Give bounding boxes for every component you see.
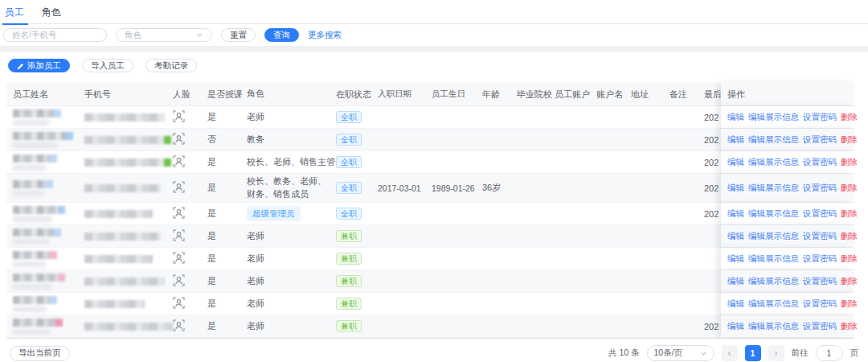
- face-cell[interactable]: [166, 274, 201, 288]
- face-cell[interactable]: [166, 297, 201, 311]
- role-cell: 老师: [240, 253, 330, 265]
- export-current-page-button[interactable]: 导出当前页: [10, 346, 70, 361]
- set-password-link[interactable]: 设置密码: [803, 276, 837, 287]
- set-password-link[interactable]: 设置密码: [803, 208, 837, 220]
- status-cell: 全职: [330, 134, 371, 146]
- role-select[interactable]: 角色: [116, 28, 212, 42]
- delete-link[interactable]: 删除: [841, 208, 858, 220]
- redacted-name-line2: [13, 216, 52, 222]
- status-badge: 兼职: [336, 320, 362, 332]
- set-password-link[interactable]: 设置密码: [803, 231, 837, 242]
- edit-display-info-link[interactable]: 编辑展示信息: [748, 253, 799, 265]
- delete-link[interactable]: 删除: [841, 253, 858, 265]
- teaches-cell: 是: [201, 156, 240, 168]
- delete-link[interactable]: 删除: [841, 321, 858, 332]
- add-employee-button[interactable]: 添加员工: [8, 59, 70, 72]
- status-badge: 全职: [336, 111, 362, 123]
- employee-name-cell: [6, 132, 78, 148]
- edit-link[interactable]: 编辑: [727, 276, 744, 287]
- edit-display-info-link[interactable]: 编辑展示信息: [748, 298, 799, 310]
- page-size-select[interactable]: 10条/页: [647, 345, 714, 361]
- redacted-name-line2: [13, 284, 52, 290]
- table-row: 是 校长、老师、销售主管 全职 202 编辑 编辑展示信息 设置密码 删除: [6, 151, 854, 174]
- role-text: 老师: [247, 231, 264, 241]
- query-button[interactable]: 查询: [264, 28, 299, 42]
- set-password-link[interactable]: 设置密码: [803, 253, 837, 265]
- delete-link[interactable]: 删除: [841, 183, 858, 194]
- edit-link[interactable]: 编辑: [727, 321, 744, 332]
- status-badge: 全职: [336, 156, 362, 168]
- edit-link[interactable]: 编辑: [727, 208, 744, 220]
- edit-display-info-link[interactable]: 编辑展示信息: [748, 231, 799, 242]
- set-password-link[interactable]: 设置密码: [803, 134, 837, 146]
- edit-display-info-link[interactable]: 编辑展示信息: [748, 157, 799, 168]
- delete-link[interactable]: 删除: [841, 231, 858, 242]
- column-header-address: 地址: [624, 88, 663, 101]
- edit-link[interactable]: 编辑: [727, 298, 744, 310]
- face-cell[interactable]: [166, 252, 201, 265]
- edit-display-info-link[interactable]: 编辑展示信息: [748, 134, 799, 146]
- attendance-record-button[interactable]: 考勤记录: [145, 59, 197, 72]
- status-badge: 全职: [336, 182, 362, 194]
- role-cell: 校长、教务、老师、财务、销售成员: [240, 175, 330, 201]
- next-page-button[interactable]: ›: [768, 345, 784, 361]
- edit-link[interactable]: 编辑: [727, 231, 744, 242]
- face-cell[interactable]: [166, 133, 201, 146]
- face-cell[interactable]: [166, 207, 201, 220]
- edit-display-info-link[interactable]: 编辑展示信息: [748, 321, 799, 332]
- delete-link[interactable]: 删除: [841, 276, 858, 287]
- set-password-link[interactable]: 设置密码: [803, 112, 837, 123]
- edit-display-info-link[interactable]: 编辑展示信息: [748, 208, 799, 220]
- delete-link[interactable]: 删除: [841, 134, 858, 146]
- redacted-name: [13, 251, 57, 259]
- set-password-link[interactable]: 设置密码: [803, 157, 837, 168]
- status-badge: 兼职: [336, 275, 362, 287]
- face-cell[interactable]: [166, 155, 201, 169]
- row-actions: 编辑 编辑展示信息 设置密码 删除: [721, 270, 854, 292]
- prev-page-button[interactable]: ‹: [722, 345, 738, 361]
- phone-cell: [78, 232, 166, 241]
- redacted-name-line2: [13, 120, 49, 125]
- face-cell[interactable]: [166, 229, 201, 243]
- edit-display-info-link[interactable]: 编辑展示信息: [748, 112, 799, 123]
- set-password-link[interactable]: 设置密码: [803, 183, 837, 194]
- edit-display-info-link[interactable]: 编辑展示信息: [748, 183, 799, 194]
- import-employee-button[interactable]: 导入员工: [82, 59, 133, 72]
- tab-roles[interactable]: 角色: [42, 0, 61, 24]
- tab-employees[interactable]: 员工: [5, 0, 24, 24]
- delete-link[interactable]: 删除: [841, 298, 858, 310]
- set-password-link[interactable]: 设置密码: [803, 298, 837, 310]
- edit-link[interactable]: 编辑: [727, 112, 744, 123]
- teaches-cell: 是: [201, 320, 240, 332]
- delete-link[interactable]: 删除: [841, 112, 858, 123]
- table-row: 是 老师 兼职 编辑 编辑展示信息 设置密码 删除: [6, 225, 854, 248]
- redacted-phone: [84, 136, 171, 144]
- edit-link[interactable]: 编辑: [727, 253, 744, 265]
- keyword-input[interactable]: 姓名/手机号: [3, 28, 107, 42]
- reset-button[interactable]: 重置: [221, 28, 256, 42]
- face-scan-icon: [173, 181, 185, 193]
- delete-link[interactable]: 删除: [841, 157, 858, 168]
- edit-link[interactable]: 编辑: [727, 134, 744, 146]
- phone-cell: [78, 323, 166, 331]
- face-scan-icon: [173, 319, 185, 331]
- face-cell[interactable]: [166, 181, 201, 195]
- redacted-name-line2: [13, 191, 43, 196]
- role-text: 校长、老师、销售主管: [247, 157, 335, 167]
- face-scan-icon: [173, 110, 185, 122]
- employee-name-cell: [6, 251, 78, 267]
- more-search-link[interactable]: 更多搜索: [308, 30, 342, 41]
- current-page-button[interactable]: 1: [745, 345, 761, 361]
- status-badge: 兼职: [336, 298, 362, 310]
- status-badge: 全职: [336, 134, 362, 146]
- edit-display-info-link[interactable]: 编辑展示信息: [748, 276, 799, 287]
- face-cell[interactable]: [166, 110, 201, 124]
- goto-label: 前往: [792, 348, 809, 359]
- redacted-name-line2: [13, 329, 51, 335]
- edit-link[interactable]: 编辑: [727, 157, 744, 168]
- goto-page-input[interactable]: 1: [816, 345, 843, 361]
- edit-link[interactable]: 编辑: [727, 183, 744, 194]
- phone-cell: [78, 158, 166, 167]
- set-password-link[interactable]: 设置密码: [803, 321, 837, 332]
- row-actions: 编辑 编辑展示信息 设置密码 删除: [721, 106, 854, 128]
